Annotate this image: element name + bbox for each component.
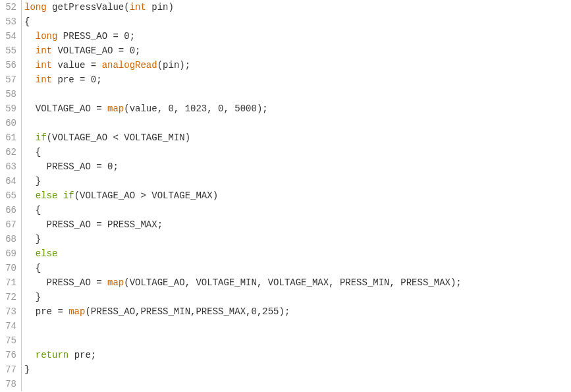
code-line[interactable]: long getPressValue(int pin) (24, 0, 462, 14)
code-editor[interactable]: 5253545556575859606162636465666768697071… (0, 0, 571, 391)
code-line[interactable]: return pre; (24, 348, 462, 362)
code-token: PRESS_AO = 0; (24, 161, 119, 172)
code-line[interactable]: pre = map(PRESS_AO,PRESS_MIN,PRESS_MAX,0… (24, 304, 462, 319)
line-number: 67 (0, 217, 16, 232)
line-number: 76 (0, 348, 16, 362)
line-number-gutter: 5253545556575859606162636465666768697071… (0, 0, 21, 391)
code-token: pre; (68, 350, 96, 360)
line-number: 74 (0, 319, 16, 333)
code-line[interactable]: } (24, 290, 462, 304)
code-line[interactable] (24, 377, 462, 391)
code-token (24, 45, 36, 56)
code-token: value = (52, 60, 102, 70)
code-line[interactable]: { (24, 14, 462, 29)
code-token: if (36, 132, 47, 143)
code-token (24, 248, 36, 259)
code-token: else (36, 190, 58, 201)
line-number: 72 (0, 290, 16, 304)
code-token: pin) (146, 2, 174, 13)
code-token: return (36, 350, 68, 360)
code-token (24, 350, 36, 360)
code-token: VOLTAGE_AO = (24, 103, 107, 114)
code-token: { (24, 16, 30, 27)
code-token: pre = 0; (52, 74, 102, 85)
code-token: (pin); (157, 60, 190, 70)
code-line[interactable]: if(VOLTAGE_AO < VOLTAGE_MIN) (24, 130, 462, 145)
code-token (24, 74, 36, 85)
code-token (57, 190, 63, 201)
line-number: 71 (0, 275, 16, 290)
code-line[interactable]: else (24, 246, 462, 261)
code-token (24, 31, 36, 42)
code-token: pre = (24, 306, 68, 317)
code-token: analogRead (102, 60, 157, 70)
line-number: 65 (0, 188, 16, 203)
code-line[interactable]: PRESS_AO = map(VOLTAGE_AO, VOLTAGE_MIN, … (24, 275, 462, 290)
code-token: else (36, 248, 58, 259)
line-number: 57 (0, 72, 16, 87)
code-token: map (107, 103, 124, 114)
code-token: } (24, 234, 41, 244)
code-token: } (24, 176, 41, 186)
code-area[interactable]: long getPressValue(int pin){ long PRESS_… (21, 0, 462, 391)
code-token: { (24, 205, 41, 215)
line-number: 59 (0, 101, 16, 116)
code-token: VOLTAGE_AO = 0; (52, 45, 140, 56)
line-number: 63 (0, 159, 16, 174)
line-number: 53 (0, 14, 16, 29)
code-token: (VOLTAGE_AO > VOLTAGE_MAX) (74, 190, 218, 201)
code-line[interactable]: } (24, 232, 462, 246)
code-token: (PRESS_AO,PRESS_MIN,PRESS_MAX,0,255); (85, 306, 290, 317)
code-token: PRESS_AO = PRESS_MAX; (24, 219, 163, 230)
line-number: 54 (0, 29, 16, 43)
code-line[interactable]: int pre = 0; (24, 72, 462, 87)
code-token: int (36, 74, 52, 85)
code-line[interactable] (24, 333, 462, 348)
code-token: map (68, 306, 85, 317)
code-line[interactable]: } (24, 362, 462, 377)
code-token (24, 132, 36, 143)
code-line[interactable]: else if(VOLTAGE_AO > VOLTAGE_MAX) (24, 188, 462, 203)
code-token: } (24, 364, 30, 375)
code-token (24, 60, 36, 70)
code-line[interactable]: PRESS_AO = 0; (24, 159, 462, 174)
code-line[interactable]: int value = analogRead(pin); (24, 58, 462, 72)
code-token: PRESS_AO = 0; (57, 31, 135, 42)
code-line[interactable]: { (24, 203, 462, 217)
line-number: 62 (0, 145, 16, 159)
code-line[interactable]: long PRESS_AO = 0; (24, 29, 462, 43)
code-line[interactable]: PRESS_AO = PRESS_MAX; (24, 217, 462, 232)
line-number: 55 (0, 43, 16, 58)
code-token: long (24, 2, 47, 13)
line-number: 75 (0, 333, 16, 348)
code-token: (VOLTAGE_AO, VOLTAGE_MIN, VOLTAGE_MAX, P… (124, 277, 461, 288)
code-token: PRESS_AO = (24, 277, 107, 288)
line-number: 66 (0, 203, 16, 217)
code-line[interactable] (24, 116, 462, 130)
line-number: 61 (0, 130, 16, 145)
code-line[interactable]: VOLTAGE_AO = map(value, 0, 1023, 0, 5000… (24, 101, 462, 116)
code-token: getPressValue (52, 2, 124, 13)
code-line[interactable]: int VOLTAGE_AO = 0; (24, 43, 462, 58)
code-line[interactable] (24, 87, 462, 101)
code-token: map (107, 277, 124, 288)
code-line[interactable]: { (24, 145, 462, 159)
line-number: 68 (0, 232, 16, 246)
code-line[interactable]: { (24, 261, 462, 275)
code-token: { (24, 147, 41, 157)
line-number: 60 (0, 116, 16, 130)
code-token: } (24, 292, 41, 302)
code-line[interactable] (24, 319, 462, 333)
code-line[interactable]: } (24, 174, 462, 188)
code-token: (VOLTAGE_AO < VOLTAGE_MIN) (47, 132, 190, 143)
line-number: 77 (0, 362, 16, 377)
code-token: { (24, 263, 41, 273)
code-token: int (130, 2, 146, 13)
line-number: 56 (0, 58, 16, 72)
line-number: 64 (0, 174, 16, 188)
code-token: if (63, 190, 74, 201)
code-token: long (36, 31, 58, 42)
code-token: ( (124, 2, 129, 13)
code-token (47, 2, 52, 13)
line-number: 52 (0, 0, 16, 14)
